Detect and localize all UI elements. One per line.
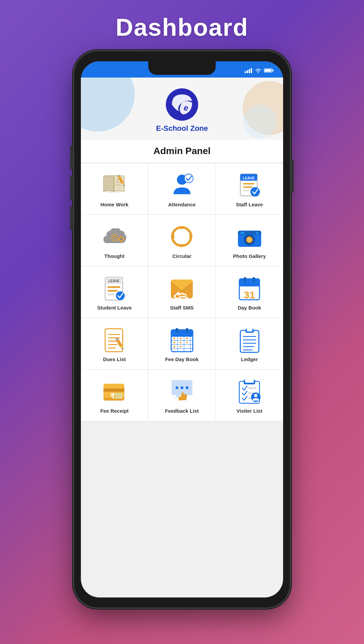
menu-item-fee-day-book[interactable]: Fee Day Book [148, 318, 216, 370]
menu-label-feedback-list: Feedback List [165, 408, 199, 414]
svg-rect-26 [243, 183, 254, 184]
svg-point-101 [173, 346, 175, 347]
header-bg-decoration-3 [243, 105, 276, 138]
svg-rect-27 [243, 186, 252, 188]
day-book-icon: 31 [236, 274, 263, 301]
svg-point-100 [186, 342, 188, 343]
menu-label-staff-leave: Staff Leave [236, 202, 263, 208]
menu-item-thought[interactable]: Thought [81, 215, 148, 266]
menu-item-staff-leave[interactable]: LEAVE Staff Leave [216, 163, 283, 215]
svg-point-58 [256, 232, 258, 234]
svg-point-31 [114, 236, 116, 238]
menu-item-circular[interactable]: Circular [148, 215, 216, 266]
notch [148, 61, 216, 75]
menu-label-fee-day-book: Fee Day Book [165, 356, 199, 362]
page-title: Dashboard [116, 13, 248, 41]
fee-day-book-icon [169, 326, 195, 353]
svg-rect-3 [251, 68, 252, 73]
svg-rect-42 [121, 236, 122, 237]
svg-point-41 [120, 238, 123, 240]
svg-rect-57 [240, 232, 244, 234]
svg-rect-1 [247, 70, 248, 73]
menu-item-ledger[interactable]: Ledger [216, 318, 283, 370]
visiter-list-icon [236, 378, 263, 405]
menu-label-thought: Thought [104, 253, 125, 259]
svg-rect-2 [249, 69, 250, 73]
admin-panel-title: Admin Panel [153, 146, 211, 156]
menu-item-attendance[interactable]: Attendance [148, 163, 216, 215]
svg-rect-33 [114, 240, 115, 241]
menu-label-student-leave: Student Leave [97, 305, 132, 311]
svg-text:₹: ₹ [110, 392, 115, 401]
app-header: e E-School Zone [81, 78, 283, 140]
svg-point-122 [186, 386, 188, 389]
menu-label-visiter-list: Visiter List [237, 408, 262, 414]
svg-rect-28 [243, 190, 250, 191]
homework-icon [101, 171, 128, 198]
svg-rect-113 [103, 388, 124, 392]
svg-rect-6 [273, 70, 274, 71]
app-logo: e [165, 88, 199, 121]
svg-point-56 [247, 238, 249, 239]
menu-label-staff-sms: Staff SMS [170, 305, 193, 311]
svg-point-65 [116, 291, 125, 300]
svg-rect-126 [245, 380, 254, 383]
svg-rect-69 [239, 279, 260, 286]
ledger-icon [236, 326, 263, 353]
svg-rect-44 [118, 238, 120, 240]
menu-label-fee-receipt: Fee Receipt [100, 408, 128, 414]
menu-item-photo-gallery[interactable]: Photo Gallery [216, 215, 283, 266]
dues-list-icon [101, 326, 128, 353]
app-name: E-School Zone [156, 124, 208, 133]
staff-sms-icon [169, 274, 195, 301]
photo-gallery-icon [236, 223, 263, 250]
menu-label-circular: Circular [172, 253, 191, 259]
svg-rect-32 [114, 234, 115, 235]
battery-icon [264, 68, 274, 73]
svg-point-131 [254, 394, 257, 397]
status-icons [245, 68, 274, 73]
menu-item-fee-receipt[interactable]: ₹ Fee Receipt [81, 370, 148, 421]
svg-point-97 [186, 338, 188, 339]
menu-item-staff-sms[interactable]: Staff SMS [148, 266, 216, 318]
menu-item-day-book[interactable]: 31 Day Book [216, 266, 283, 318]
menu-grid: Home Work Attendance [81, 163, 283, 421]
thought-icon [101, 223, 128, 250]
svg-text:31: 31 [244, 289, 255, 300]
svg-rect-64 [108, 294, 115, 295]
menu-item-visiter-list[interactable]: Visiter List [216, 370, 283, 421]
svg-text:LEAVE: LEAVE [243, 176, 255, 180]
svg-point-4 [258, 72, 259, 73]
phone-frame: e E-School Zone Admin Panel [74, 51, 290, 608]
wifi-icon [255, 68, 262, 73]
svg-rect-87 [186, 328, 188, 333]
svg-rect-103 [240, 330, 259, 352]
admin-panel-bar: Admin Panel [81, 140, 283, 163]
svg-point-96 [180, 338, 181, 339]
svg-point-121 [181, 386, 183, 389]
menu-item-student-leave[interactable]: LEAVE Student Leave [81, 266, 148, 318]
svg-rect-34 [111, 237, 112, 238]
svg-rect-45 [123, 238, 124, 240]
svg-rect-43 [121, 241, 122, 242]
svg-text:LEAVE: LEAVE [109, 279, 120, 283]
svg-point-29 [250, 187, 260, 197]
menu-label-attendance: Attendance [168, 202, 196, 208]
menu-item-home-work[interactable]: Home Work [81, 163, 148, 215]
svg-point-102 [180, 346, 181, 347]
svg-point-99 [180, 342, 181, 343]
menu-item-feedback-list[interactable]: Feedback List [148, 370, 216, 421]
svg-rect-85 [171, 330, 193, 336]
svg-rect-0 [245, 71, 246, 73]
menu-label-dues-list: Dues List [103, 356, 126, 362]
signal-icon [245, 68, 252, 73]
svg-rect-123 [179, 397, 181, 401]
feedback-list-icon [169, 378, 195, 405]
menu-label-photo-gallery: Photo Gallery [233, 253, 266, 259]
menu-item-dues-list[interactable]: Dues List [81, 318, 148, 370]
svg-rect-62 [108, 286, 120, 288]
svg-rect-63 [108, 290, 118, 292]
svg-text:e: e [184, 103, 188, 112]
student-leave-icon: LEAVE [101, 274, 128, 301]
header-bg-decoration-1 [81, 78, 135, 131]
